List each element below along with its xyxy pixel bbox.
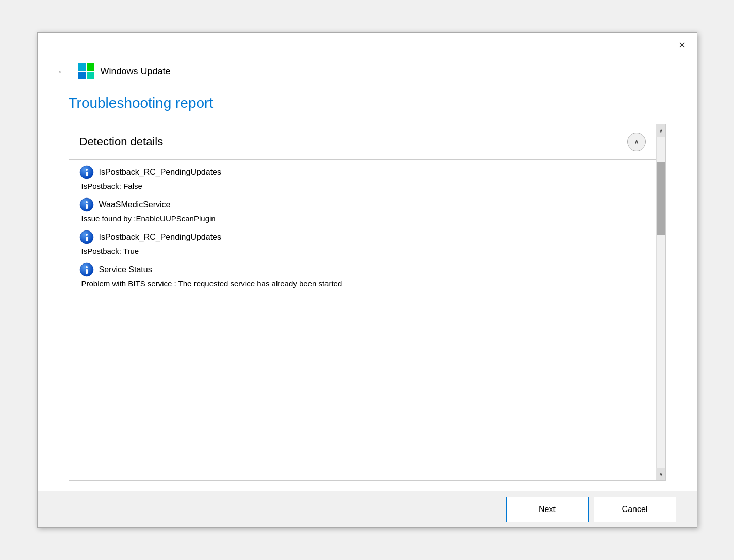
svg-rect-0 <box>78 63 86 71</box>
header-title: Windows Update <box>101 66 171 77</box>
detection-item-name: WaaSMedicService <box>99 200 171 209</box>
content-area: Troubleshooting report Detection details… <box>38 85 697 491</box>
scroll-up-button[interactable]: ∧ <box>656 124 665 137</box>
close-button[interactable]: ✕ <box>674 37 691 54</box>
svg-rect-15 <box>86 269 88 274</box>
detection-list: IsPostback_RC_PendingUpdates IsPostback:… <box>69 160 656 480</box>
header: ← Windows Update <box>38 58 697 85</box>
main-dialog: ✕ ← Windows Update Troubleshooting repor… <box>37 32 697 528</box>
svg-rect-12 <box>86 237 88 241</box>
list-item: Service Status Problem with BITS service… <box>79 262 646 288</box>
detection-panel: Detection details ∧ <box>69 124 666 481</box>
detection-item-name: Service Status <box>99 265 152 274</box>
svg-rect-2 <box>78 72 86 79</box>
scrollbar: ∧ ∨ <box>656 124 665 480</box>
detection-header-title: Detection details <box>79 135 164 149</box>
svg-point-14 <box>86 266 88 268</box>
page-title: Troubleshooting report <box>69 95 666 111</box>
detection-item-name: IsPostback_RC_PendingUpdates <box>99 233 221 242</box>
svg-rect-3 <box>87 72 94 79</box>
scroll-track <box>657 137 665 468</box>
detection-header: Detection details ∧ <box>69 124 656 160</box>
title-bar: ✕ <box>38 33 697 58</box>
windows-update-icon <box>78 63 94 79</box>
next-button[interactable]: Next <box>506 497 589 522</box>
svg-point-8 <box>86 201 88 203</box>
detection-item-detail: Issue found by :EnableUUPScanPlugin <box>79 214 646 223</box>
detection-item-name: IsPostback_RC_PendingUpdates <box>99 168 221 177</box>
info-icon <box>79 262 94 277</box>
list-item: IsPostback_RC_PendingUpdates IsPostback:… <box>79 230 646 255</box>
svg-rect-6 <box>86 172 88 176</box>
list-item: WaaSMedicService Issue found by :EnableU… <box>79 197 646 223</box>
detection-item-header: Service Status <box>79 262 646 277</box>
scroll-thumb[interactable] <box>657 162 665 235</box>
cancel-button[interactable]: Cancel <box>594 497 676 522</box>
back-button[interactable]: ← <box>53 63 72 79</box>
scroll-down-button[interactable]: ∨ <box>656 468 665 480</box>
detection-item-header: IsPostback_RC_PendingUpdates <box>79 165 646 179</box>
detection-item-detail: IsPostback: True <box>79 246 646 255</box>
detection-item-detail: IsPostback: False <box>79 182 646 190</box>
detection-content: Detection details ∧ <box>69 124 656 480</box>
info-icon <box>79 230 94 244</box>
svg-point-5 <box>86 169 88 171</box>
collapse-button[interactable]: ∧ <box>627 133 646 151</box>
info-icon <box>79 197 94 212</box>
detection-item-detail: Problem with BITS service : The requeste… <box>79 279 646 288</box>
info-icon <box>79 165 94 179</box>
svg-rect-9 <box>86 204 88 209</box>
detection-item-header: WaaSMedicService <box>79 197 646 212</box>
footer: Next Cancel <box>38 491 697 527</box>
detection-item-header: IsPostback_RC_PendingUpdates <box>79 230 646 244</box>
svg-point-11 <box>86 234 88 236</box>
list-item: IsPostback_RC_PendingUpdates IsPostback:… <box>79 165 646 190</box>
svg-rect-1 <box>87 63 94 71</box>
